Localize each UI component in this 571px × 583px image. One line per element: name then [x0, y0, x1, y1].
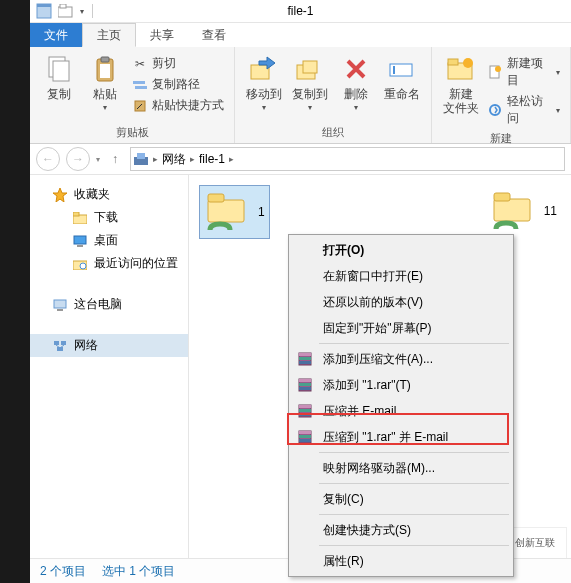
ribbon: 复制 粘贴 ▾ ✂ 剪切 — [30, 47, 571, 144]
location-icon — [133, 151, 149, 167]
svg-point-30 — [80, 263, 86, 269]
svg-rect-47 — [299, 387, 311, 390]
scissors-icon: ✂ — [132, 56, 148, 72]
menu-separator — [319, 483, 509, 484]
svg-rect-34 — [61, 341, 66, 345]
tab-home[interactable]: 主页 — [82, 23, 136, 47]
breadcrumb[interactable]: ▸ 网络 ▸ file-1 ▸ — [130, 147, 565, 171]
easy-access-icon — [488, 102, 503, 118]
svg-rect-38 — [494, 199, 530, 221]
tab-view[interactable]: 查看 — [188, 23, 240, 47]
tab-share[interactable]: 共享 — [136, 23, 188, 47]
svg-rect-7 — [101, 57, 109, 62]
svg-rect-49 — [299, 405, 311, 408]
folder-item-11[interactable]: 11 — [486, 185, 561, 237]
breadcrumb-network[interactable]: 网络 — [162, 151, 186, 168]
status-items-count: 2 个项目 — [40, 563, 86, 580]
copy-button[interactable]: 复制 — [36, 51, 82, 103]
rename-button[interactable]: 重命名 — [379, 51, 425, 103]
svg-rect-39 — [494, 193, 510, 201]
svg-rect-53 — [299, 431, 311, 434]
menu-compress-1rar-email[interactable]: 压缩到 "1.rar" 并 E-mail — [291, 424, 511, 450]
ribbon-group-new: 新建 文件夹 新建项目 ▾ 轻松访问 — [432, 47, 571, 143]
menu-copy[interactable]: 复制(C) — [291, 486, 511, 512]
paste-shortcut-button[interactable]: 粘贴快捷方式 — [128, 95, 228, 116]
move-to-button[interactable]: 移动到 ▾ — [241, 51, 287, 114]
tab-file[interactable]: 文件 — [30, 23, 82, 47]
favorites-node[interactable]: 收藏夹 — [30, 183, 188, 206]
menu-open-new-window[interactable]: 在新窗口中打开(E) — [291, 263, 511, 289]
menu-restore-version[interactable]: 还原以前的版本(V) — [291, 289, 511, 315]
recent-node[interactable]: 最近访问的位置 — [30, 252, 188, 275]
menu-create-shortcut[interactable]: 创建快捷方式(S) — [291, 517, 511, 543]
delete-button[interactable]: 删除 ▾ — [333, 51, 379, 114]
separator — [92, 4, 93, 18]
new-folder-icon[interactable] — [56, 2, 76, 20]
new-folder-button[interactable]: 新建 文件夹 — [438, 51, 484, 117]
menu-pin-start[interactable]: 固定到"开始"屏幕(P) — [291, 315, 511, 341]
move-icon — [248, 53, 280, 85]
paste-button[interactable]: 粘贴 ▾ — [82, 51, 128, 114]
history-dropdown-icon[interactable]: ▾ — [96, 155, 100, 164]
menu-separator — [319, 545, 509, 546]
rename-icon — [386, 53, 418, 85]
svg-rect-51 — [299, 413, 311, 416]
window-title: file-1 — [287, 4, 313, 18]
svg-rect-1 — [37, 4, 51, 7]
explorer-window: ▾ file-1 文件 主页 共享 查看 复制 — [30, 0, 571, 583]
up-button[interactable]: ↑ — [106, 150, 124, 168]
svg-rect-5 — [53, 61, 69, 81]
title-bar: ▾ file-1 — [30, 0, 571, 23]
svg-rect-9 — [133, 81, 145, 84]
back-button[interactable]: ← — [36, 147, 60, 171]
menu-open[interactable]: 打开(O) — [291, 237, 511, 263]
status-selected: 选中 1 个项目 — [102, 563, 175, 580]
svg-rect-41 — [299, 353, 311, 356]
desktop-icon — [72, 233, 88, 249]
svg-rect-55 — [299, 439, 311, 442]
svg-rect-8 — [100, 64, 110, 78]
delete-icon — [340, 53, 372, 85]
svg-rect-16 — [393, 66, 395, 74]
menu-compress-email[interactable]: 压缩并 E-mail... — [291, 398, 511, 424]
folder-plus-icon — [445, 53, 477, 85]
forward-button[interactable]: → — [66, 147, 90, 171]
new-item-button[interactable]: 新建项目 ▾ — [484, 53, 564, 91]
menu-add-1rar[interactable]: 添加到 "1.rar"(T) — [291, 372, 511, 398]
svg-point-19 — [463, 58, 473, 68]
svg-rect-45 — [299, 379, 311, 382]
svg-rect-12 — [251, 65, 269, 79]
menu-map-network-drive[interactable]: 映射网络驱动器(M)... — [291, 455, 511, 481]
copy-icon — [43, 53, 75, 85]
svg-rect-43 — [299, 361, 311, 364]
navigation-pane: 收藏夹 下载 桌面 最近访问的位置 — [30, 175, 189, 571]
svg-rect-14 — [303, 61, 317, 73]
rar-icon — [295, 402, 315, 420]
menu-separator — [319, 343, 509, 344]
properties-icon[interactable] — [34, 2, 54, 20]
paste-icon — [89, 53, 121, 85]
menu-properties[interactable]: 属性(R) — [291, 548, 511, 574]
rar-icon — [295, 350, 315, 368]
shared-folder-icon — [204, 190, 252, 234]
svg-rect-32 — [57, 309, 63, 311]
this-pc-node[interactable]: 这台电脑 — [30, 293, 188, 316]
shared-folder-icon — [490, 189, 538, 233]
cut-button[interactable]: ✂ 剪切 — [128, 53, 228, 74]
network-node[interactable]: 网络 — [30, 334, 188, 357]
copy-to-icon — [294, 53, 326, 85]
breadcrumb-file1[interactable]: file-1 — [199, 152, 225, 166]
folder-item-1[interactable]: 1 — [199, 185, 270, 239]
svg-rect-33 — [54, 341, 59, 345]
svg-rect-36 — [208, 200, 244, 222]
desktop-node[interactable]: 桌面 — [30, 229, 188, 252]
easy-access-button[interactable]: 轻松访问 ▾ — [484, 91, 564, 129]
qat-dropdown-icon[interactable]: ▾ — [78, 7, 86, 16]
copy-to-button[interactable]: 复制到 ▾ — [287, 51, 333, 114]
svg-rect-37 — [208, 194, 224, 202]
copy-path-button[interactable]: 复制路径 — [128, 74, 228, 95]
menu-add-archive[interactable]: 添加到压缩文件(A)... — [291, 346, 511, 372]
downloads-node[interactable]: 下载 — [30, 206, 188, 229]
rar-icon — [295, 376, 315, 394]
star-icon — [52, 187, 68, 203]
